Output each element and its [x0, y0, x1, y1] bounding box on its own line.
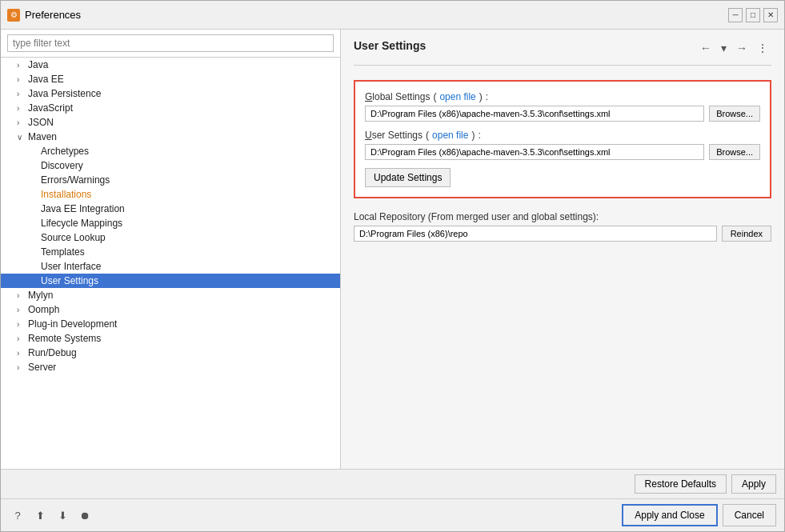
- tree-arrow-server: ›: [17, 363, 28, 372]
- preferences-window: ⚙ Preferences ─ □ ✕ › Java ›: [0, 0, 785, 532]
- user-settings-row: Browse...: [365, 144, 760, 160]
- tree-item-installations[interactable]: Installations: [1, 187, 340, 202]
- tree-view: › Java › Java EE › Java Persistence › Ja…: [1, 58, 340, 469]
- forward-icon-button[interactable]: →: [733, 40, 751, 56]
- global-settings-label: Global Settings (open file):: [365, 91, 760, 102]
- local-repo-input[interactable]: [354, 226, 717, 242]
- tree-item-java[interactable]: › Java: [1, 58, 340, 72]
- tree-label-java: Java: [28, 59, 48, 70]
- title-bar-left: ⚙ Preferences: [7, 9, 81, 22]
- reindex-button[interactable]: Reindex: [722, 226, 771, 242]
- back-icon-button[interactable]: ←: [697, 40, 715, 56]
- tree-item-maven[interactable]: ∨ Maven: [1, 130, 340, 144]
- tree-item-plugin-development[interactable]: › Plug-in Development: [1, 317, 340, 331]
- user-rest: ser Settings: [372, 130, 423, 141]
- maximize-button[interactable]: □: [746, 8, 760, 22]
- tree-label-installations: Installations: [41, 189, 91, 200]
- tree-item-user-settings[interactable]: User Settings: [1, 274, 340, 288]
- bottom-right-btns: Apply and Close Cancel: [622, 504, 776, 526]
- tree-item-json[interactable]: › JSON: [1, 115, 340, 130]
- tree-item-remote-systems[interactable]: › Remote Systems: [1, 331, 340, 346]
- apply-button[interactable]: Apply: [731, 474, 776, 494]
- update-settings-button[interactable]: Update Settings: [365, 168, 451, 187]
- search-box: [1, 30, 340, 58]
- dropdown-icon-button[interactable]: ▾: [718, 40, 730, 56]
- close-button[interactable]: ✕: [763, 8, 778, 22]
- tree-item-server[interactable]: › Server: [1, 360, 340, 374]
- tree-label-java-ee: Java EE: [28, 74, 64, 85]
- tree-label-java-persistence: Java Persistence: [28, 88, 101, 99]
- tree-label-remote-systems: Remote Systems: [28, 333, 101, 344]
- tree-label-discovery: Discovery: [41, 160, 83, 171]
- tree-label-plugin-development: Plug-in Development: [28, 318, 117, 330]
- bottom-btn-row: ? ⬆ ⬇ ⏺ Apply and Close Cancel: [1, 498, 784, 531]
- tree-arrow-oomph: ›: [17, 306, 28, 314]
- user-settings-paren-open: (: [426, 130, 429, 141]
- tree-arrow-run-debug: ›: [17, 349, 28, 358]
- tree-label-javascript: JavaScript: [28, 102, 73, 114]
- record-icon-button[interactable]: ⏺: [76, 506, 94, 524]
- tree-item-javascript[interactable]: › JavaScript: [1, 101, 340, 115]
- tree-item-discovery[interactable]: Discovery: [1, 158, 340, 173]
- header-icon-row: ← ▾ → ⋮: [697, 40, 771, 56]
- user-settings-input[interactable]: [365, 144, 704, 160]
- tree-item-archetypes[interactable]: Archetypes: [1, 144, 340, 158]
- tree-arrow-remote-systems: ›: [17, 334, 28, 343]
- menu-icon-button[interactable]: ⋮: [754, 40, 771, 56]
- local-repo-section: Local Repository (From merged user and g…: [354, 211, 771, 242]
- user-settings-link[interactable]: open file: [432, 130, 468, 141]
- left-panel: › Java › Java EE › Java Persistence › Ja…: [1, 30, 341, 469]
- tree-item-java-persistence[interactable]: › Java Persistence: [1, 86, 340, 101]
- help-icon-button[interactable]: ?: [9, 506, 26, 524]
- tree-label-oomph: Oomph: [28, 304, 59, 315]
- search-input[interactable]: [7, 34, 334, 52]
- minimize-button[interactable]: ─: [728, 8, 743, 22]
- user-settings-label-row: User Settings (open file):: [365, 130, 760, 141]
- global-settings-browse-button[interactable]: Browse...: [709, 106, 760, 122]
- apply-and-close-button[interactable]: Apply and Close: [622, 504, 717, 526]
- user-underline-u: U: [365, 130, 372, 141]
- bottom-left-icons: ? ⬆ ⬇ ⏺: [9, 506, 94, 524]
- tree-item-oomph[interactable]: › Oomph: [1, 302, 340, 317]
- tree-label-archetypes: Archetypes: [41, 146, 89, 157]
- user-settings-group: User Settings (open file): Browse...: [365, 130, 760, 160]
- tree-label-java-ee-integration: Java EE Integration: [41, 203, 125, 214]
- tree-label-lifecycle-mappings: Lifecycle Mappings: [41, 218, 122, 229]
- tree-label-errors-warnings: Errors/Warnings: [41, 174, 110, 186]
- tree-item-java-ee[interactable]: › Java EE: [1, 72, 340, 86]
- right-header: User Settings ← ▾ → ⋮: [354, 39, 771, 57]
- import-icon-button[interactable]: ⬇: [54, 506, 71, 524]
- user-settings-browse-button[interactable]: Browse...: [709, 144, 760, 160]
- tree-item-user-interface[interactable]: User Interface: [1, 259, 340, 274]
- tree-item-lifecycle-mappings[interactable]: Lifecycle Mappings: [1, 216, 340, 230]
- tree-item-run-debug[interactable]: › Run/Debug: [1, 346, 340, 360]
- window-controls: ─ □ ✕: [728, 8, 778, 22]
- tree-arrow-java-ee: ›: [17, 75, 28, 84]
- tree-item-mylyn[interactable]: › Mylyn: [1, 288, 340, 302]
- tree-arrow-java: ›: [17, 61, 28, 70]
- tree-arrow-maven: ∨: [17, 133, 28, 142]
- restore-apply-row: Restore Defaults Apply: [1, 470, 784, 498]
- tree-arrow-plugin-development: ›: [17, 320, 28, 329]
- global-settings-text: Global Settings: [365, 91, 430, 102]
- tree-arrow-mylyn: ›: [17, 291, 28, 300]
- highlighted-settings-section: Global Settings (open file): Browse...: [354, 80, 771, 198]
- panel-title: User Settings: [354, 39, 426, 57]
- restore-defaults-button[interactable]: Restore Defaults: [635, 474, 727, 494]
- tree-item-source-lookup[interactable]: Source Lookup: [1, 230, 340, 245]
- user-settings-colon: :: [478, 130, 480, 141]
- cancel-button[interactable]: Cancel: [723, 504, 776, 526]
- tree-item-errors-warnings[interactable]: Errors/Warnings: [1, 173, 340, 187]
- global-settings-group: Global Settings (open file): Browse...: [365, 91, 760, 122]
- global-settings-paren-open: (: [433, 91, 436, 102]
- tree-label-source-lookup: Source Lookup: [41, 232, 106, 243]
- tree-item-java-ee-integration[interactable]: Java EE Integration: [1, 202, 340, 216]
- global-settings-input[interactable]: [365, 106, 704, 122]
- export-icon-button[interactable]: ⬆: [31, 506, 49, 524]
- tree-item-templates[interactable]: Templates: [1, 245, 340, 259]
- global-settings-paren-close: ): [479, 91, 483, 102]
- local-repo-row: Reindex: [354, 226, 771, 242]
- global-underline-g: G: [365, 91, 372, 102]
- global-settings-link[interactable]: open file: [439, 91, 475, 102]
- tree-label-user-settings: User Settings: [41, 275, 98, 286]
